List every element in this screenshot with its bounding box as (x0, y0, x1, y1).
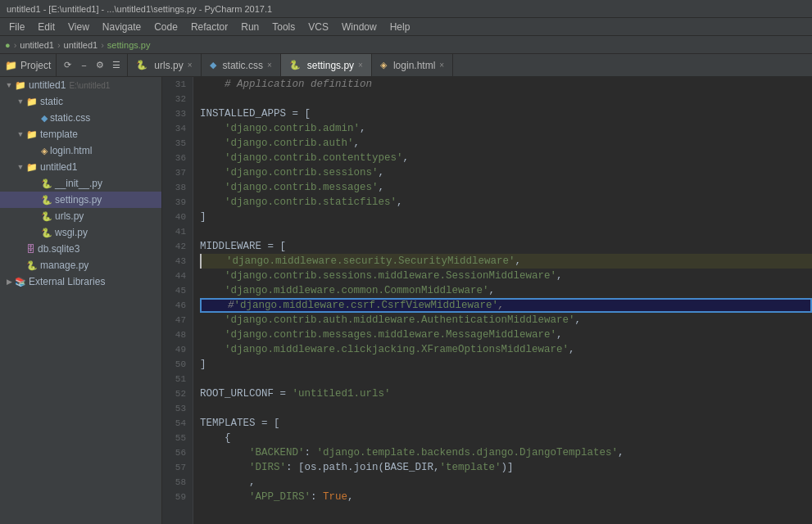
sidebar-item-wsgi-py[interactable]: 🐍 wsgi.py (0, 224, 161, 241)
code-lines: # Application definition INSTALLED_APPS … (193, 77, 812, 524)
sidebar-root[interactable]: ▼ 📁 untitled1 E:\untitled1 (0, 77, 161, 93)
code-line-54: TEMPLATES = [ (200, 416, 812, 431)
tab-urls-py[interactable]: 🐍 urls.py × (128, 54, 201, 76)
tab-close-urls[interactable]: × (188, 61, 193, 70)
menu-view[interactable]: View (62, 20, 95, 34)
template-arrow-icon: ▼ (15, 130, 26, 138)
breadcrumb-part2[interactable]: untitled1 (64, 40, 98, 50)
code-line-31: # Application definition (200, 77, 812, 92)
static-css-icon: ◆ (210, 60, 216, 70)
sidebar-item-ext-libs[interactable]: ▶ 📚 External Libraries (0, 273, 161, 290)
breadcrumb-icon: ● (5, 40, 11, 50)
tab-close-login[interactable]: × (439, 61, 444, 70)
ext-libs-icon: 📚 (15, 277, 26, 287)
untitled1-folder-icon: 📁 (26, 162, 38, 173)
menu-navigate[interactable]: Navigate (97, 20, 147, 34)
code-line-52: ROOT_URLCONF = 'untitled1.urls' (200, 386, 812, 401)
sidebar-item-static-css[interactable]: ◆ static.css (0, 110, 161, 126)
sidebar-item-login-html[interactable]: ◈ login.html (0, 142, 161, 159)
init-py-icon: 🐍 (41, 178, 52, 189)
tab-static-css[interactable]: ◆ static.css × (202, 54, 281, 76)
settings-py-icon: 🐍 (289, 60, 301, 70)
code-line-43: 'django.middleware.security.SecurityMidd… (200, 254, 812, 269)
collapse-icon[interactable]: − (76, 58, 91, 73)
urls-py-file-icon: 🐍 (41, 211, 52, 222)
code-line-45: 'django.middleware.common.CommonMiddlewa… (200, 283, 812, 298)
sidebar-item-init-py[interactable]: 🐍 __init__.py (0, 175, 161, 192)
breadcrumb: ● › untitled1 › untitled1 › settings.py (0, 36, 812, 54)
code-area: 31 32 33 34 35 36 37 38 39 40 41 42 43 4… (162, 77, 812, 524)
menu-vcs[interactable]: VCS (302, 20, 334, 34)
code-line-55: { (200, 431, 812, 445)
code-line-49: 'django.middleware.clickjacking.XFrameOp… (200, 342, 812, 357)
sidebar-item-template[interactable]: ▼ 📁 template (0, 126, 161, 142)
sidebar-item-untitled1[interactable]: ▼ 📁 untitled1 (0, 159, 161, 175)
code-line-38: 'django.contrib.messages', (200, 180, 812, 195)
static-arrow-icon: ▼ (15, 97, 26, 106)
sidebar-item-settings-py[interactable]: 🐍 settings.py (0, 192, 161, 208)
title-text: untitled1 - [E:\untitled1] - ...\untitle… (7, 4, 272, 14)
menu-refactor[interactable]: Refactor (185, 20, 234, 34)
menu-edit[interactable]: Edit (32, 20, 61, 34)
sidebar-item-static[interactable]: ▼ 📁 static (0, 93, 161, 110)
code-line-57: 'DIRS': [os.path.join(BASE_DIR,'template… (200, 460, 812, 475)
root-arrow-icon: ▼ (3, 81, 15, 89)
ext-libs-arrow-icon: ▶ (3, 278, 15, 286)
sidebar-item-db-sqlite[interactable]: 🗄 db.sqlite3 (0, 241, 161, 257)
settings-icon[interactable]: ⚙ (93, 58, 107, 73)
file-tabs: 🐍 urls.py × ◆ static.css × 🐍 settings.py… (128, 54, 812, 76)
menu-tools[interactable]: Tools (266, 20, 301, 34)
wsgi-py-file-icon: 🐍 (41, 228, 52, 238)
menu-help[interactable]: Help (384, 20, 416, 34)
root-folder-icon: 📁 (15, 80, 26, 91)
static-folder-icon: 📁 (26, 97, 38, 107)
layout-icon[interactable]: ☰ (109, 58, 124, 73)
project-folder-icon: 📁 (5, 60, 17, 71)
settings-py-file-icon: 🐍 (41, 195, 52, 206)
breadcrumb-part3[interactable]: settings.py (107, 40, 151, 50)
tab-login-html[interactable]: ◈ login.html × (372, 54, 453, 76)
menu-file[interactable]: File (3, 20, 30, 34)
main-layout: ▼ 📁 untitled1 E:\untitled1 ▼ 📁 static ◆ … (0, 77, 812, 524)
db-sqlite-icon: 🗄 (26, 244, 35, 254)
code-line-32 (200, 92, 812, 106)
toolbar: 📁 Project ⟳ − ⚙ ☰ 🐍 urls.py × ◆ static.c… (0, 54, 812, 77)
code-line-48: 'django.contrib.messages.middleware.Mess… (200, 328, 812, 342)
sync-icon[interactable]: ⟳ (60, 58, 75, 73)
static-css-file-icon: ◆ (41, 113, 48, 124)
code-line-40: ] (200, 210, 812, 224)
untitled1-arrow-icon: ▼ (15, 163, 26, 171)
code-line-59: 'APP_DIRS': True, (200, 490, 812, 504)
tab-close-css[interactable]: × (267, 61, 272, 70)
title-bar: untitled1 - [E:\untitled1] - ...\untitle… (0, 0, 812, 18)
code-line-44: 'django.contrib.sessions.middleware.Sess… (200, 269, 812, 283)
menu-code[interactable]: Code (148, 20, 184, 34)
code-line-34: 'django.contrib.admin', (200, 121, 812, 136)
menu-run[interactable]: Run (235, 20, 265, 34)
code-line-58: , (200, 475, 812, 490)
code-line-47: 'django.contrib.auth.middleware.Authenti… (200, 313, 812, 328)
code-line-37: 'django.contrib.sessions', (200, 165, 812, 180)
code-editor[interactable]: 31 32 33 34 35 36 37 38 39 40 41 42 43 4… (162, 77, 812, 524)
code-line-51 (200, 372, 812, 386)
code-line-41 (200, 224, 812, 239)
tab-settings-py[interactable]: 🐍 settings.py × (281, 54, 372, 76)
sidebar-item-manage-py[interactable]: 🐍 manage.py (0, 257, 161, 273)
template-folder-icon: 📁 (26, 129, 38, 140)
code-line-35: 'django.contrib.auth', (200, 136, 812, 151)
tab-close-settings[interactable]: × (358, 61, 363, 70)
menu-bar: File Edit View Navigate Code Refactor Ru… (0, 18, 812, 36)
login-html-file-icon: ◈ (41, 146, 48, 156)
line-numbers: 31 32 33 34 35 36 37 38 39 40 41 42 43 4… (162, 77, 193, 524)
code-line-53 (200, 401, 812, 416)
sidebar-item-urls-py[interactable]: 🐍 urls.py (0, 208, 161, 224)
manage-py-icon: 🐍 (26, 260, 38, 271)
code-line-39: 'django.contrib.staticfiles', (200, 195, 812, 210)
code-line-33: INSTALLED_APPS = [ (200, 106, 812, 121)
menu-window[interactable]: Window (336, 20, 383, 34)
project-panel-label: 📁 Project (0, 54, 57, 76)
breadcrumb-part1[interactable]: untitled1 (20, 40, 54, 50)
code-line-50: ] (200, 357, 812, 372)
code-line-56: 'BACKEND': 'django.template.backends.dja… (200, 445, 812, 460)
urls-py-icon: 🐍 (136, 60, 147, 70)
